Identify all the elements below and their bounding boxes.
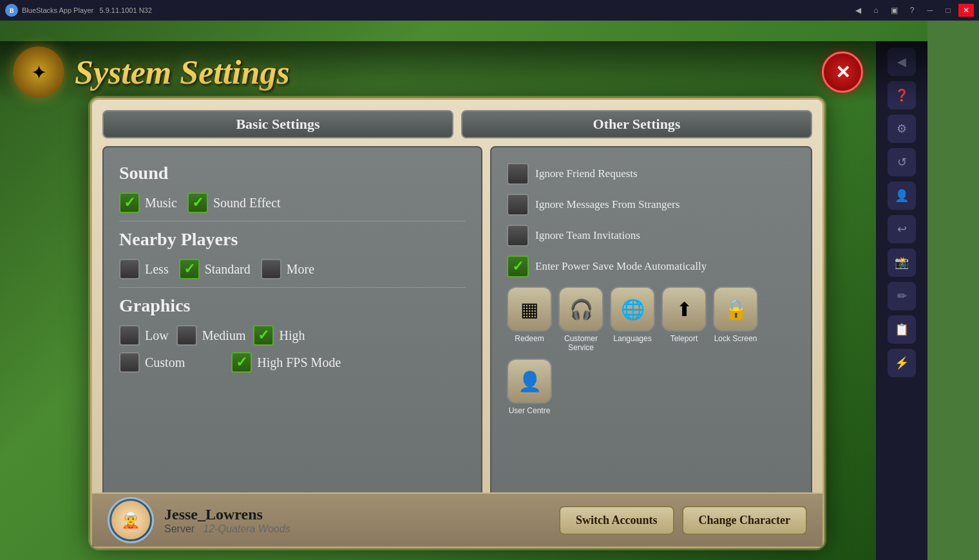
back-btn[interactable]: ◀ bbox=[850, 4, 866, 17]
power-save-option[interactable]: Enter Power Save Mode Automatically bbox=[507, 256, 795, 277]
avatar-image: 🧝 bbox=[111, 501, 150, 539]
teleport-icon[interactable]: ⬆ bbox=[661, 286, 707, 331]
standard-option[interactable]: Standard bbox=[179, 259, 251, 279]
help-btn[interactable]: ? bbox=[904, 4, 920, 17]
ignore-team-checkbox[interactable] bbox=[507, 225, 529, 247]
page-title: System Settings bbox=[75, 53, 290, 91]
lock-screen-icon-item[interactable]: 🔒 Lock Screen bbox=[713, 286, 758, 352]
sidebar-icon-7[interactable]: 📸 bbox=[888, 248, 916, 277]
medium-option[interactable]: Medium bbox=[176, 325, 246, 346]
home-btn[interactable]: ⌂ bbox=[868, 4, 884, 17]
ignore-friend-requests-checkbox[interactable] bbox=[507, 163, 529, 185]
sound-effect-label: Sound Effect bbox=[213, 196, 281, 210]
high-checkbox[interactable] bbox=[253, 325, 274, 346]
maximize-btn[interactable]: □ bbox=[940, 4, 956, 17]
action-icons-grid: ▦ Redeem 🎧 CustomerService 🌐 Languages ⬆… bbox=[507, 286, 795, 415]
medium-checkbox[interactable] bbox=[176, 325, 197, 346]
user-name: Jesse_Lowrens bbox=[164, 506, 549, 523]
high-fps-option[interactable]: High FPS Mode bbox=[231, 352, 341, 373]
sidebar-icon-5[interactable]: 👤 bbox=[888, 182, 916, 210]
less-option[interactable]: Less bbox=[119, 259, 169, 279]
sidebar-icon-9[interactable]: 📋 bbox=[888, 315, 916, 344]
lock-screen-label: Lock Screen bbox=[714, 334, 757, 343]
app-name-text: BlueStacks App Player bbox=[22, 6, 93, 14]
graphics-title: Graphics bbox=[119, 295, 466, 316]
user-centre-icon[interactable]: 👤 bbox=[507, 359, 552, 404]
switch-accounts-button[interactable]: Switch Accounts bbox=[559, 506, 674, 535]
user-actions: Switch Accounts Change Character bbox=[559, 506, 807, 535]
languages-icon[interactable]: 🌐 bbox=[610, 286, 655, 331]
divider-2 bbox=[119, 287, 466, 288]
sidebar-icon-6[interactable]: ↩ bbox=[888, 215, 916, 243]
less-label: Less bbox=[145, 262, 169, 277]
game-background: ◀ ❓ ⚙ ↺ 👤 ↩ 📸 ✏ 📋 ⚡ ✦ System Settings ✕ … bbox=[0, 21, 927, 560]
basic-settings-tab[interactable]: Basic Settings bbox=[102, 110, 453, 138]
user-avatar: 🧝 bbox=[108, 497, 154, 543]
sidebar-icon-10[interactable]: ⚡ bbox=[888, 349, 916, 377]
more-option[interactable]: More bbox=[261, 259, 314, 279]
less-checkbox[interactable] bbox=[119, 259, 140, 279]
redeem-icon[interactable]: ▦ bbox=[507, 286, 552, 331]
high-fps-checkbox[interactable] bbox=[231, 352, 252, 373]
other-settings-tab[interactable]: Other Settings bbox=[461, 110, 812, 138]
right-sidebar: ◀ ❓ ⚙ ↺ 👤 ↩ 📸 ✏ 📋 ⚡ bbox=[876, 41, 927, 560]
app-logo: B bbox=[5, 4, 18, 17]
ignore-friend-requests-option[interactable]: Ignore Friend Requests bbox=[507, 163, 795, 185]
customer-service-icon-item[interactable]: 🎧 CustomerService bbox=[558, 286, 604, 352]
settings-close-button[interactable]: ✕ bbox=[822, 51, 863, 93]
power-save-label: Enter Power Save Mode Automatically bbox=[535, 260, 795, 273]
music-checkbox[interactable] bbox=[119, 192, 140, 213]
ignore-messages-option[interactable]: Ignore Messages From Strangers bbox=[507, 194, 795, 216]
redeem-icon-item[interactable]: ▦ Redeem bbox=[507, 286, 552, 352]
languages-label: Languages bbox=[613, 334, 651, 343]
change-character-button[interactable]: Change Character bbox=[682, 506, 807, 535]
user-centre-label: User Centre bbox=[509, 406, 551, 415]
panels: Sound Music Sound Effect Nearby Players bbox=[102, 146, 812, 536]
sound-effect-option[interactable]: Sound Effect bbox=[187, 192, 281, 213]
recent-btn[interactable]: ▣ bbox=[886, 4, 902, 17]
ignore-team-option[interactable]: Ignore Team Invitations bbox=[507, 225, 795, 247]
teleport-icon-item[interactable]: ⬆ Teleport bbox=[661, 286, 707, 352]
game-emblem: ✦ bbox=[13, 46, 64, 98]
sound-options-row: Music Sound Effect bbox=[119, 192, 466, 213]
sidebar-icon-8[interactable]: ✏ bbox=[888, 282, 916, 310]
medium-label: Medium bbox=[202, 328, 246, 343]
lock-screen-icon[interactable]: 🔒 bbox=[713, 286, 758, 331]
app-title: BlueStacks App Player 5.9.11.1001 N32 bbox=[22, 6, 850, 14]
sidebar-icon-3[interactable]: ⚙ bbox=[888, 115, 916, 143]
minimize-btn[interactable]: ─ bbox=[922, 4, 938, 17]
more-checkbox[interactable] bbox=[261, 259, 281, 279]
high-fps-label: High FPS Mode bbox=[257, 355, 341, 370]
music-option[interactable]: Music bbox=[119, 192, 177, 213]
user-centre-icon-item[interactable]: 👤 User Centre bbox=[507, 359, 552, 415]
title-bar: B BlueStacks App Player 5.9.11.1001 N32 … bbox=[0, 0, 979, 21]
custom-checkbox[interactable] bbox=[119, 352, 140, 373]
nearby-players-title: Nearby Players bbox=[119, 229, 466, 250]
nearby-players-row: Less Standard More bbox=[119, 259, 466, 279]
languages-icon-item[interactable]: 🌐 Languages bbox=[610, 286, 655, 352]
sidebar-icon-4[interactable]: ↺ bbox=[888, 148, 916, 176]
standard-checkbox[interactable] bbox=[179, 259, 200, 279]
graphics-row-1: Low Medium High bbox=[119, 325, 466, 346]
tab-headers: Basic Settings Other Settings bbox=[102, 110, 812, 138]
low-label: Low bbox=[145, 328, 169, 343]
close-btn[interactable]: ✕ bbox=[958, 4, 974, 17]
low-checkbox[interactable] bbox=[119, 325, 140, 346]
low-option[interactable]: Low bbox=[119, 325, 169, 346]
power-save-checkbox[interactable] bbox=[507, 256, 529, 277]
teleport-label: Teleport bbox=[670, 334, 698, 343]
sound-effect-checkbox[interactable] bbox=[187, 192, 208, 213]
divider-1 bbox=[119, 221, 466, 221]
custom-option[interactable]: Custom bbox=[119, 352, 185, 373]
music-label: Music bbox=[145, 196, 177, 210]
high-label: High bbox=[279, 328, 305, 343]
basic-settings-panel: Sound Music Sound Effect Nearby Players bbox=[102, 146, 482, 536]
redeem-label: Redeem bbox=[515, 334, 544, 343]
window-controls: ◀ ⌂ ▣ ? ─ □ ✕ bbox=[850, 4, 974, 17]
customer-service-label: CustomerService bbox=[564, 334, 598, 352]
ignore-messages-checkbox[interactable] bbox=[507, 194, 529, 216]
ignore-team-label: Ignore Team Invitations bbox=[535, 229, 795, 242]
high-option[interactable]: High bbox=[253, 325, 305, 346]
customer-service-icon[interactable]: 🎧 bbox=[558, 286, 604, 331]
user-bar: 🧝 Jesse_Lowrens Server 12-Quatera Woods … bbox=[92, 492, 822, 546]
